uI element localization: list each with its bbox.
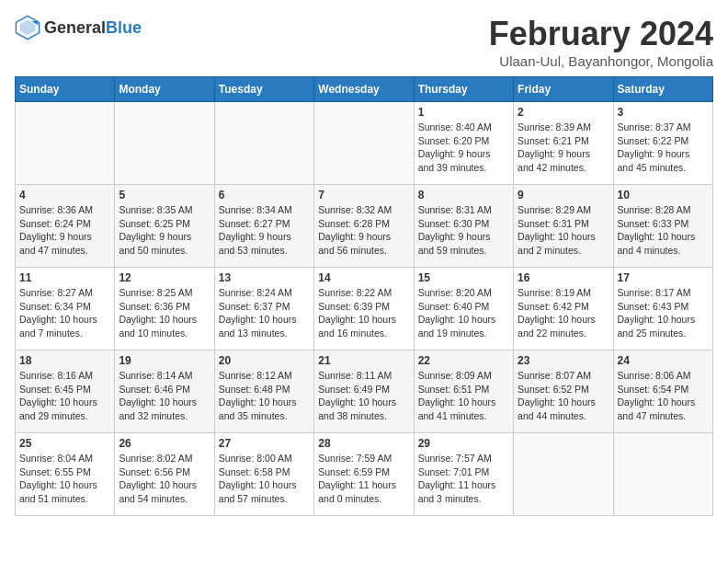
day-info: Sunrise: 8:11 AMSunset: 6:49 PMDaylight:…	[318, 369, 409, 423]
day-number: 7	[318, 189, 409, 201]
day-number: 16	[518, 271, 609, 284]
calendar-cell: 25Sunrise: 8:04 AMSunset: 6:55 PMDayligh…	[16, 433, 115, 516]
col-header-tuesday: Tuesday	[214, 77, 313, 102]
calendar-cell: 21Sunrise: 8:11 AMSunset: 6:49 PMDayligh…	[314, 350, 414, 433]
calendar-cell: 27Sunrise: 8:00 AMSunset: 6:58 PMDayligh…	[214, 433, 313, 516]
logo: GeneralBlue	[15, 15, 142, 40]
calendar-cell: 20Sunrise: 8:12 AMSunset: 6:48 PMDayligh…	[214, 350, 313, 433]
calendar-cell: 29Sunrise: 7:57 AMSunset: 7:01 PMDayligh…	[414, 433, 513, 516]
day-info: Sunrise: 8:20 AMSunset: 6:40 PMDaylight:…	[418, 286, 509, 340]
day-number: 22	[418, 354, 509, 367]
day-number: 6	[219, 189, 310, 201]
day-info: Sunrise: 8:24 AMSunset: 6:37 PMDaylight:…	[219, 286, 310, 340]
calendar-cell: 15Sunrise: 8:20 AMSunset: 6:40 PMDayligh…	[414, 268, 513, 350]
day-info: Sunrise: 8:37 AMSunset: 6:22 PMDaylight:…	[618, 121, 709, 175]
calendar-cell	[514, 433, 613, 516]
col-header-saturday: Saturday	[613, 77, 712, 102]
day-number: 17	[618, 271, 709, 284]
calendar-cell: 18Sunrise: 8:16 AMSunset: 6:45 PMDayligh…	[16, 350, 115, 433]
month-year: February 2024	[489, 15, 713, 53]
calendar-cell: 11Sunrise: 8:27 AMSunset: 6:34 PMDayligh…	[16, 268, 115, 350]
day-info: Sunrise: 8:14 AMSunset: 6:46 PMDaylight:…	[119, 369, 210, 423]
calendar-cell	[16, 102, 115, 185]
calendar-table: SundayMondayTuesdayWednesdayThursdayFrid…	[15, 76, 713, 516]
calendar-cell: 5Sunrise: 8:35 AMSunset: 6:25 PMDaylight…	[115, 185, 214, 268]
logo-general: General	[44, 18, 106, 37]
day-number: 20	[219, 354, 310, 367]
day-number: 18	[19, 354, 110, 367]
logo-blue: Blue	[106, 18, 142, 37]
day-number: 26	[119, 437, 210, 450]
day-number: 10	[618, 189, 709, 201]
calendar-cell	[115, 102, 214, 185]
day-info: Sunrise: 8:25 AMSunset: 6:36 PMDaylight:…	[119, 286, 210, 340]
day-number: 27	[219, 437, 310, 450]
day-info: Sunrise: 8:17 AMSunset: 6:43 PMDaylight:…	[618, 286, 709, 340]
day-number: 11	[19, 271, 110, 284]
calendar-cell: 7Sunrise: 8:32 AMSunset: 6:28 PMDaylight…	[314, 185, 414, 268]
day-number: 25	[19, 437, 110, 450]
calendar-cell	[613, 433, 712, 516]
day-info: Sunrise: 8:35 AMSunset: 6:25 PMDaylight:…	[119, 203, 210, 258]
day-info: Sunrise: 8:39 AMSunset: 6:21 PMDaylight:…	[518, 121, 609, 175]
day-number: 15	[418, 271, 509, 284]
day-number: 21	[318, 354, 409, 367]
day-number: 2	[518, 106, 609, 119]
day-number: 28	[318, 437, 409, 450]
day-info: Sunrise: 8:31 AMSunset: 6:30 PMDaylight:…	[418, 203, 509, 258]
col-header-wednesday: Wednesday	[314, 77, 414, 102]
col-header-thursday: Thursday	[414, 77, 513, 102]
calendar-cell: 8Sunrise: 8:31 AMSunset: 6:30 PMDaylight…	[414, 185, 513, 268]
day-number: 23	[518, 354, 609, 367]
col-header-friday: Friday	[514, 77, 613, 102]
day-number: 9	[518, 189, 609, 201]
svg-marker-1	[20, 20, 36, 36]
calendar-cell: 13Sunrise: 8:24 AMSunset: 6:37 PMDayligh…	[214, 268, 313, 350]
day-info: Sunrise: 8:36 AMSunset: 6:24 PMDaylight:…	[19, 203, 110, 258]
day-info: Sunrise: 8:16 AMSunset: 6:45 PMDaylight:…	[19, 369, 110, 423]
calendar-cell: 22Sunrise: 8:09 AMSunset: 6:51 PMDayligh…	[414, 350, 513, 433]
calendar-cell: 26Sunrise: 8:02 AMSunset: 6:56 PMDayligh…	[115, 433, 214, 516]
title-area: February 2024 Ulaan-Uul, Bayanhongor, Mo…	[489, 15, 713, 69]
day-info: Sunrise: 8:28 AMSunset: 6:33 PMDaylight:…	[618, 203, 709, 258]
calendar-cell: 10Sunrise: 8:28 AMSunset: 6:33 PMDayligh…	[613, 185, 712, 268]
day-number: 12	[119, 271, 210, 284]
calendar-cell: 3Sunrise: 8:37 AMSunset: 6:22 PMDaylight…	[613, 102, 712, 185]
calendar-cell: 14Sunrise: 8:22 AMSunset: 6:39 PMDayligh…	[314, 268, 414, 350]
calendar-cell	[214, 102, 313, 185]
calendar-cell: 2Sunrise: 8:39 AMSunset: 6:21 PMDaylight…	[514, 102, 613, 185]
calendar-cell	[314, 102, 414, 185]
day-number: 14	[318, 271, 409, 284]
calendar-cell: 6Sunrise: 8:34 AMSunset: 6:27 PMDaylight…	[214, 185, 313, 268]
day-info: Sunrise: 8:12 AMSunset: 6:48 PMDaylight:…	[219, 369, 310, 423]
day-number: 8	[418, 189, 509, 201]
day-info: Sunrise: 8:06 AMSunset: 6:54 PMDaylight:…	[618, 369, 709, 423]
day-info: Sunrise: 8:29 AMSunset: 6:31 PMDaylight:…	[518, 203, 609, 258]
calendar-cell: 9Sunrise: 8:29 AMSunset: 6:31 PMDaylight…	[514, 185, 613, 268]
day-info: Sunrise: 7:59 AMSunset: 6:59 PMDaylight:…	[318, 452, 409, 506]
calendar-cell: 19Sunrise: 8:14 AMSunset: 6:46 PMDayligh…	[115, 350, 214, 433]
day-info: Sunrise: 8:02 AMSunset: 6:56 PMDaylight:…	[119, 452, 210, 506]
col-header-sunday: Sunday	[16, 77, 115, 102]
day-info: Sunrise: 8:04 AMSunset: 6:55 PMDaylight:…	[19, 452, 110, 506]
day-number: 24	[618, 354, 709, 367]
location: Ulaan-Uul, Bayanhongor, Mongolia	[489, 53, 713, 69]
calendar-cell: 24Sunrise: 8:06 AMSunset: 6:54 PMDayligh…	[613, 350, 712, 433]
logo-text: GeneralBlue	[44, 18, 142, 38]
day-info: Sunrise: 8:07 AMSunset: 6:52 PMDaylight:…	[518, 369, 609, 423]
calendar-cell: 1Sunrise: 8:40 AMSunset: 6:20 PMDaylight…	[414, 102, 513, 185]
header: GeneralBlue February 2024 Ulaan-Uul, Bay…	[15, 15, 713, 69]
day-info: Sunrise: 7:57 AMSunset: 7:01 PMDaylight:…	[418, 452, 509, 506]
day-number: 19	[119, 354, 210, 367]
day-number: 3	[618, 106, 709, 119]
day-number: 29	[418, 437, 509, 450]
calendar-cell: 4Sunrise: 8:36 AMSunset: 6:24 PMDaylight…	[16, 185, 115, 268]
logo-icon	[15, 15, 40, 40]
calendar-cell: 16Sunrise: 8:19 AMSunset: 6:42 PMDayligh…	[514, 268, 613, 350]
day-info: Sunrise: 8:32 AMSunset: 6:28 PMDaylight:…	[318, 203, 409, 258]
day-info: Sunrise: 8:19 AMSunset: 6:42 PMDaylight:…	[518, 286, 609, 340]
day-number: 5	[119, 189, 210, 201]
calendar-cell: 23Sunrise: 8:07 AMSunset: 6:52 PMDayligh…	[514, 350, 613, 433]
day-info: Sunrise: 8:09 AMSunset: 6:51 PMDaylight:…	[418, 369, 509, 423]
day-number: 1	[418, 106, 509, 119]
